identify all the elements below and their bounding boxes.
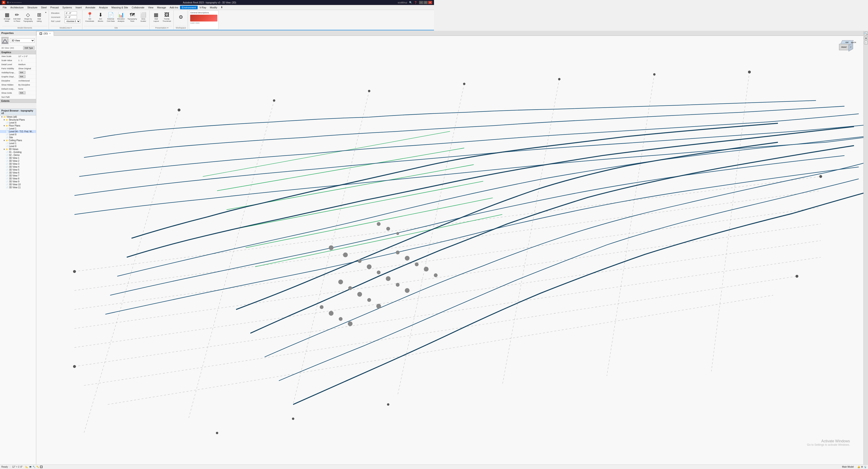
svg-point-54 — [178, 109, 181, 111]
browser-item-12[interactable]: 📄01 - Existing — [0, 151, 36, 154]
menu-item-v-ray[interactable]: V-Ray — [198, 6, 208, 9]
browser-item-14[interactable]: 📄3D View 1 — [0, 157, 36, 160]
discipline-label: Discipline — [1, 80, 18, 82]
browser-item-11[interactable]: ▼📁3D Views — [0, 148, 36, 151]
view-scale-value: 12" = 1'-0" — [18, 55, 35, 58]
graphic-disp-edit-btn[interactable]: Edit... — [19, 75, 26, 78]
ref-level-label: Ref. Level — [51, 20, 64, 23]
model-elements-buttons: ▦ ArrangeWalls ✏ Edit WallIn Place ◇ Sha… — [2, 11, 47, 26]
prop-type-dropdown[interactable]: 3D View — [10, 38, 35, 43]
browser-item-15[interactable]: 📄3D View 2 — [0, 160, 36, 162]
menu-item-file[interactable]: File — [1, 6, 9, 9]
shape-by-topography-button[interactable]: ◇ Shape byTopography — [22, 11, 34, 24]
menu-item-analyze[interactable]: Analyze — [97, 6, 110, 9]
topography-tools-button[interactable]: 🗺 TopographyTools — [126, 11, 138, 24]
menu-item-environment[interactable]: Environment — [180, 6, 198, 9]
view-area: 🔲 (3D) ✕ — [36, 31, 434, 234]
topography-view[interactable] — [36, 36, 434, 234]
browser-item-8[interactable]: ▼📁Ceiling Plans — [0, 139, 36, 142]
browser-item-17[interactable]: 📄3D View 4 — [0, 165, 36, 168]
show-grids-edit-btn[interactable]: Edit... — [19, 91, 26, 94]
area-scatter-label: AreaScatter — [141, 18, 146, 22]
browser-item-24[interactable]: 📄3D View 11 — [0, 186, 36, 189]
browser-item-21[interactable]: 📄3D View 8 — [0, 177, 36, 180]
elevation-input[interactable] — [64, 11, 77, 15]
elevation-label: Elevation — [51, 12, 64, 14]
external-civil-button[interactable]: 📄 ExternalCivil Data — [106, 11, 116, 24]
family-thumbnail-button[interactable]: 🖼 FamilyThumbnail — [161, 11, 172, 24]
browser-item-20[interactable]: 📄3D View 7 — [0, 174, 36, 177]
browser-item-6[interactable]: 📄Level 8 — [0, 133, 36, 136]
ref-level-select[interactable]: Absolute El... — [64, 20, 81, 23]
model-elements-expand[interactable]: ▾ — [44, 11, 47, 14]
menu-item-massing-and-site[interactable]: Massing & Site — [110, 6, 130, 9]
menu-item-modify[interactable]: Modify — [208, 6, 219, 9]
browser-item-label-21: 3D View 8 — [9, 177, 19, 180]
browser-item-9[interactable]: 📄Level 1 — [0, 142, 36, 145]
wall-layout-button[interactable]: ▦ WallLayout — [151, 11, 161, 24]
menu-item-precast[interactable]: Precast — [49, 6, 60, 9]
minimize-button[interactable]: − — [419, 1, 423, 4]
increment-input[interactable] — [64, 15, 77, 19]
quick-access-bar: 🖫 ↩ ↪ ▪ ▪ ▪ ▪ ▪ ▪ — [7, 1, 21, 4]
workspace-button[interactable]: ⚙ — [176, 11, 186, 24]
wall-railing-button[interactable]: ⊞ Wallrailing — [34, 11, 44, 24]
help-icon[interactable]: ❓ — [414, 1, 417, 4]
browser-item-label-20: 3D View 7 — [9, 174, 19, 177]
close-button[interactable]: ✕ — [428, 1, 432, 4]
set-coordinate-button[interactable]: 📍 SetCoordinate — [84, 11, 95, 24]
elevation-analysis-button[interactable]: 📊 ElevationAnalysis — [116, 11, 126, 24]
viewport: TOP FRONT R BACK Activate Windows Go to … — [36, 36, 434, 234]
get-blocks-button[interactable]: ⬇ GetBlocks — [96, 11, 105, 24]
visibility-edit-btn[interactable]: Edit... — [19, 71, 26, 74]
site-buttons: 📍 SetCoordinate ⬇ GetBlocks 📄 ExternalCi… — [84, 11, 148, 26]
browser-item-label-24: 3D View 11 — [9, 186, 21, 189]
menu-item-⬇[interactable]: ⬇ — [219, 5, 225, 9]
browser-item-3[interactable]: ▼📁Floor Plans — [0, 124, 36, 127]
ribbon-group-modellines: Elevation Increment Ref. Level Absolute … — [49, 10, 83, 29]
view-tab-close[interactable]: ✕ — [49, 32, 51, 35]
modellines-expand[interactable]: ▾ — [71, 27, 72, 29]
view-tabs: 🔲 (3D) ✕ — [36, 31, 434, 36]
menu-item-manage[interactable]: Manage — [155, 6, 168, 9]
browser-item-18[interactable]: 📄3D View 5 — [0, 168, 36, 171]
workspace-group-label: Workspace — [176, 26, 186, 29]
browser-item-2[interactable]: 📄Level 8 — [0, 121, 36, 124]
browser-item-7[interactable]: 📄Site — [0, 136, 36, 139]
arrange-walls-button[interactable]: ▦ ArrangeWalls — [2, 11, 12, 24]
edit-type-button[interactable]: Edit Type — [23, 46, 35, 50]
titlebar-left: R 🖫 ↩ ↪ ▪ ▪ ▪ ▪ ▪ ▪ — [2, 1, 21, 4]
browser-item-0[interactable]: ▼📁Views (all) — [0, 115, 36, 118]
search-icon[interactable]: 🔍 — [409, 1, 412, 4]
view-tab-3d[interactable]: 🔲 (3D) ✕ — [36, 31, 54, 36]
browser-item-5[interactable]: 📄Level 04 - T.O. Fnd. W... — [0, 130, 36, 133]
menu-item-insert[interactable]: Insert — [74, 6, 84, 9]
menu-item-architecture[interactable]: Architecture — [9, 6, 26, 9]
menu-item-collaborate[interactable]: Collaborate — [130, 6, 146, 9]
area-scatter-button[interactable]: ⬜ AreaScatter — [138, 11, 148, 24]
menu-item-add-ins[interactable]: Add-Ins — [168, 6, 180, 9]
browser-item-23[interactable]: 📄3D View 10 — [0, 183, 36, 186]
menu-item-annotate[interactable]: Annotate — [84, 6, 97, 9]
maximize-button[interactable]: □ — [424, 1, 428, 4]
workspace-buttons: ⚙ — [176, 11, 186, 26]
browser-item-19[interactable]: 📄3D View 6 — [0, 171, 36, 174]
presentation-expand[interactable]: ▾ — [167, 27, 168, 29]
browser-item-label-19: 3D View 6 — [9, 171, 19, 174]
menu-item-steel[interactable]: Steel — [39, 6, 49, 9]
browser-item-22[interactable]: 📄3D View 9 — [0, 180, 36, 183]
browser-item-4[interactable]: 📄Level 1 — [0, 127, 36, 130]
set-coordinate-icon: 📍 — [87, 12, 93, 18]
edit-wall-button[interactable]: ✏ Edit WallIn Place — [12, 11, 22, 24]
prop-view-id: 3D View: (3D) — [1, 47, 14, 49]
menu-item-view[interactable]: View — [146, 6, 155, 9]
browser-item-10[interactable]: 📄Level 8 — [0, 145, 36, 148]
detail-level-label: Detail Level — [1, 63, 18, 66]
view-tab-name: (3D) — [43, 32, 48, 35]
browser-item-1[interactable]: ▼📁Structural Plans — [0, 118, 36, 121]
menu-item-structure[interactable]: Structure — [25, 6, 39, 9]
menu-item-systems[interactable]: Systems — [60, 6, 73, 9]
browser-item-label-18: 3D View 5 — [9, 169, 19, 171]
browser-item-13[interactable]: 📄02 - Demo — [0, 154, 36, 157]
browser-item-16[interactable]: 📄3D View 3 — [0, 162, 36, 165]
